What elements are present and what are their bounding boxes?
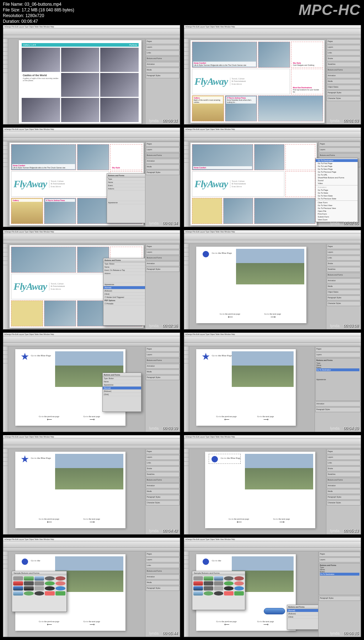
sample-buttons-panel[interactable]: Sample Buttons and Forms — [12, 571, 67, 612]
thumbnail-7[interactable]: InDesign File Edit Layout Type Object Ta… — [3, 332, 180, 432]
buttons-forms-panel[interactable]: Buttons and Forms [Normal] [Rollover] [C… — [287, 605, 318, 630]
thumbnail-10[interactable]: InDesign File Edit Layout Type Object Ta… — [184, 435, 361, 535]
blue-star-button[interactable] — [21, 353, 29, 361]
thumbnail-9[interactable]: InDesign File Edit Layout Type Object Ta… — [3, 435, 180, 535]
file-info-overlay: File Name: 03_06-buttons.mp4 File Size: … — [3, 1, 74, 24]
thumbnail-12[interactable]: InDesign File Edit Layout Type Object Ta… — [184, 537, 361, 637]
sample-buttons-panel[interactable]: Sample Buttons and Forms — [192, 571, 245, 610]
thumbnail-5[interactable]: InDesign File Edit Layout Type Object Ta… — [3, 230, 180, 330]
selection-box — [209, 454, 241, 464]
paris-photo — [236, 249, 304, 284]
flyaway-logo: FlyAway Travel, Culture& Entertainmentfr… — [192, 69, 290, 95]
player-badge: MPC-HC — [299, 1, 360, 19]
blue-circle-button[interactable] — [203, 251, 209, 257]
thumbnail-11[interactable]: InDesign File Edit Layout Type Object Ta… — [3, 537, 180, 637]
actions-dropdown[interactable]: Go To Destination Go To First Page Go To… — [315, 158, 358, 222]
toolbar2 — [3, 35, 180, 39]
buttons-forms-panel[interactable]: Buttons and Forms Type: Name: Event: Act… — [107, 173, 145, 223]
buttons-forms-panel[interactable]: Buttons and Forms Type: Button Name: Eve… — [103, 258, 145, 326]
buttons-forms-panel[interactable]: Buttons and Forms Type: Button Name: App… — [102, 373, 141, 412]
thumbnail-6[interactable]: InDesign File Edit Layout Type Object Ta… — [184, 230, 361, 330]
timestamp: 00:00:31 — [162, 119, 178, 123]
thumbnail-grid: InDesign File Edit Layout Type Object Ta… — [3, 25, 361, 637]
toolbar — [3, 29, 180, 35]
thumbnail-4[interactable]: InDesign File Edit Layout Type Object Ta… — [184, 127, 361, 227]
prev-page-button[interactable]: Go to the previous page⟵ — [218, 313, 242, 319]
tools-panel — [3, 39, 8, 124]
thumbnail-3[interactable]: InDesign File Edit Layout Type Object Ta… — [3, 127, 180, 227]
thumbnail-2[interactable]: InDesign File Edit Layout Type Object Ta… — [184, 25, 361, 125]
panels-dock: Pages Layers Links Buttons and Forms Ani… — [145, 39, 180, 124]
menubar: InDesign File Edit Layout Type Object Ta… — [3, 25, 180, 29]
pill-button[interactable] — [264, 608, 285, 614]
thumbnail-8[interactable]: InDesign File Edit Layout Type Object Ta… — [184, 332, 361, 432]
gallery-titlebar: Gallery 1 of 8 FlyAway — [22, 43, 139, 47]
next-page-button[interactable]: Go to the next page⟶ — [260, 313, 285, 319]
thumbnail-1[interactable]: InDesign File Edit Layout Type Object Ta… — [3, 25, 180, 125]
gallery-heading: Castles of the World A gallery of eight … — [22, 73, 60, 97]
